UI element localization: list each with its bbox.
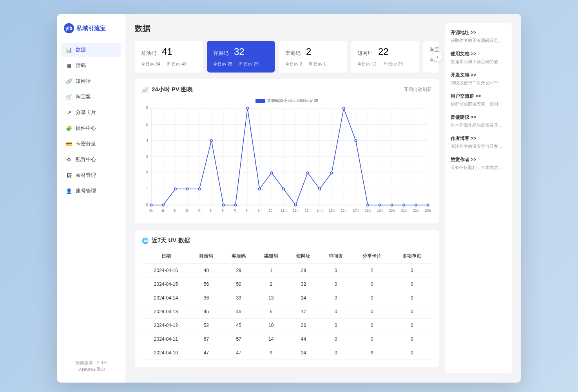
svg-point-80 bbox=[342, 107, 344, 109]
panel-desc: 没有任何盈利，全靠赞赏支持... bbox=[451, 165, 506, 171]
logout-line[interactable]: TANKING 退出 bbox=[62, 366, 121, 373]
table-cell: 14 bbox=[287, 291, 320, 305]
line-chart: 01234560h1h2h3h4h5h6h7h8h9h10h11h12h13h1… bbox=[142, 105, 432, 215]
table-cell: 0 bbox=[320, 305, 352, 319]
table-cell: 2 bbox=[352, 264, 392, 278]
table-header: 短网址 bbox=[287, 249, 320, 264]
panel-title: 开发文档 >> bbox=[451, 72, 506, 78]
table-cell: 26 bbox=[287, 319, 320, 332]
nav-icon: ⚙ bbox=[66, 157, 72, 162]
svg-point-84 bbox=[391, 204, 393, 206]
stat-today: 今日uv 28 bbox=[213, 61, 232, 67]
chart-card: 📈 24小时 PV 图表 开启自动刷新 客服码32今日uv 28昨日uv 29 … bbox=[135, 79, 439, 223]
panel-link-4[interactable]: 反馈建议 >>对本开源作品的反馈及开发建... bbox=[451, 114, 506, 128]
svg-text:4: 4 bbox=[146, 138, 148, 143]
table-cell: 0 bbox=[392, 305, 432, 319]
panel-link-6[interactable]: 赞赏作者 >>没有任何盈利，全靠赞赏支持... bbox=[451, 156, 506, 171]
refresh-link[interactable]: 开启自动刷新 bbox=[404, 86, 432, 93]
svg-point-68 bbox=[198, 188, 200, 190]
svg-text:1h: 1h bbox=[161, 209, 165, 212]
svg-text:2h: 2h bbox=[173, 209, 177, 212]
svg-text:3h: 3h bbox=[185, 209, 189, 212]
nav-icon: 💳 bbox=[66, 141, 72, 147]
table-cell: 0 bbox=[392, 291, 432, 305]
svg-point-71 bbox=[234, 204, 236, 206]
stat-value: 22 bbox=[378, 46, 389, 57]
panel-link-2[interactable]: 开发文档 >>阅读以进行二次开发和个性化... bbox=[451, 72, 506, 86]
table-row: 2024-04-155650232000 bbox=[142, 278, 432, 291]
panel-desc: 获取作者的正版源码及更新动... bbox=[451, 38, 506, 44]
stat-value: 41 bbox=[162, 46, 172, 57]
chart-icon: 📈 bbox=[142, 87, 149, 93]
panel-link-1[interactable]: 使用文档 >>快速学习和了解正确的使用姿... bbox=[451, 51, 506, 65]
sidebar-item-label: 活码 bbox=[76, 62, 86, 69]
stat-label: 客服码 bbox=[213, 50, 228, 57]
sidebar-item-label: 短网址 bbox=[76, 78, 91, 85]
sidebar: ylb 私域引流宝 📊数据▦活码🔗短网址🛒淘宝客↗分享卡片🧩插件中心💳卡密分发⚙… bbox=[57, 14, 125, 383]
svg-text:1: 1 bbox=[146, 187, 148, 191]
logo-badge-icon: ylb bbox=[64, 23, 74, 33]
stat-card-0[interactable]: 群活码41今日uv 34昨日uv 40 bbox=[135, 41, 203, 73]
panel-desc: 对本开源作品的反馈及开发建... bbox=[451, 122, 506, 128]
svg-text:2: 2 bbox=[146, 171, 148, 175]
svg-point-81 bbox=[355, 140, 357, 142]
svg-point-79 bbox=[331, 172, 333, 174]
stat-card-3[interactable]: 短网址22今日uv 12昨日uv 29 bbox=[351, 41, 419, 73]
chevron-right-icon[interactable]: › bbox=[433, 52, 442, 62]
sidebar-item-0[interactable]: 📊数据 bbox=[62, 43, 121, 57]
stat-today: 今日uv 2 bbox=[285, 61, 302, 67]
sidebar-item-5[interactable]: 🧩插件中心 bbox=[62, 121, 121, 135]
table-card: 🌐 近7天 UV 数据 日期群活码客服码渠道码短网址中间页分享卡片多项单页 20… bbox=[135, 230, 439, 367]
sidebar-item-8[interactable]: 🖼素材管理 bbox=[62, 168, 121, 182]
table-cell: 0 bbox=[320, 264, 352, 278]
svg-point-70 bbox=[222, 204, 224, 206]
table-header: 中间页 bbox=[320, 249, 352, 264]
svg-text:22h: 22h bbox=[413, 209, 419, 212]
table-cell: 2 bbox=[255, 278, 287, 291]
table-cell: 2024-04-13 bbox=[142, 305, 190, 319]
sidebar-item-4[interactable]: ↗分享卡片 bbox=[62, 105, 121, 120]
panel-title: 开源地址 >> bbox=[451, 29, 506, 36]
panel-desc: 阅读以进行二次开发和个性化... bbox=[451, 80, 506, 86]
sidebar-item-1[interactable]: ▦活码 bbox=[62, 58, 121, 73]
svg-point-73 bbox=[259, 188, 261, 190]
table-header: 群活码 bbox=[190, 249, 223, 264]
sidebar-item-2[interactable]: 🔗短网址 bbox=[62, 74, 121, 88]
table-cell: 2024-04-11 bbox=[142, 332, 190, 346]
panel-title: 赞赏作者 >> bbox=[451, 156, 506, 163]
nav-icon: 🧩 bbox=[66, 125, 72, 131]
table-cell: 2024-04-14 bbox=[142, 291, 190, 305]
stat-card-1[interactable]: 客服码32今日uv 28昨日uv 29 bbox=[207, 41, 275, 73]
panel-title: 使用文档 >> bbox=[451, 51, 506, 57]
panel-desc: 关注作者的博客学习开发编程... bbox=[451, 143, 506, 149]
panel-link-3[interactable]: 用户交流群 >>加群讨论部署安装、使用、开... bbox=[451, 93, 506, 107]
table-row: 2024-04-1167571444000 bbox=[142, 332, 432, 346]
panel-link-5[interactable]: 作者博客 >>关注作者的博客学习开发编程... bbox=[451, 135, 506, 149]
table-cell: 24 bbox=[287, 346, 320, 360]
sidebar-item-3[interactable]: 🛒淘宝客 bbox=[62, 90, 121, 104]
svg-point-72 bbox=[246, 107, 248, 109]
stat-value: 32 bbox=[234, 46, 245, 57]
svg-text:5h: 5h bbox=[209, 209, 213, 212]
svg-point-75 bbox=[283, 188, 284, 190]
panel-link-0[interactable]: 开源地址 >>获取作者的正版源码及更新动... bbox=[451, 29, 506, 44]
table-row: 2024-04-104747924090 bbox=[142, 346, 432, 360]
svg-point-77 bbox=[306, 172, 308, 174]
stat-yesterday: 昨日uv 1 bbox=[309, 61, 326, 67]
stat-card-2[interactable]: 渠道码2今日uv 2昨日uv 1 bbox=[279, 41, 347, 73]
table-cell: 0 bbox=[352, 291, 392, 305]
table-cell: 50 bbox=[223, 278, 255, 291]
svg-point-74 bbox=[270, 172, 272, 174]
table-cell: 33 bbox=[223, 291, 255, 305]
sidebar-item-label: 配置中心 bbox=[76, 156, 96, 163]
nav-icon: 🛒 bbox=[66, 94, 72, 100]
panel-title: 反馈建议 >> bbox=[451, 114, 506, 121]
table-cell: 0 bbox=[320, 346, 352, 360]
svg-text:6h: 6h bbox=[221, 209, 225, 212]
sidebar-item-7[interactable]: ⚙配置中心 bbox=[62, 152, 121, 167]
sidebar-item-6[interactable]: 💳卡密分发 bbox=[62, 137, 121, 151]
table-header: 渠道码 bbox=[255, 249, 287, 264]
svg-point-69 bbox=[210, 140, 212, 142]
sidebar-item-9[interactable]: 👤账号管理 bbox=[62, 184, 121, 198]
table-header: 日期 bbox=[142, 249, 190, 264]
